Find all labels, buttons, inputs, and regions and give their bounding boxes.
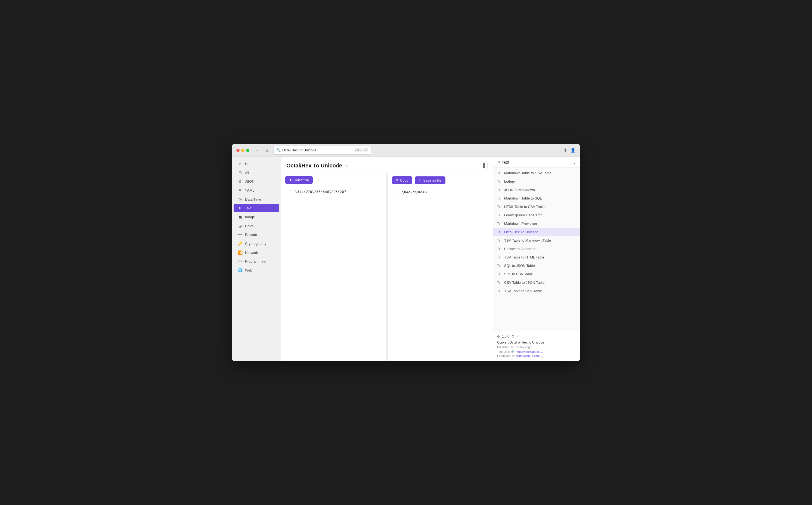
sidebar-item-programming[interactable]: </> Programming (234, 257, 279, 266)
datetime-icon: ◷ (238, 197, 242, 201)
input-line-1: 1 \344\270\255\346\226\207 (281, 189, 386, 194)
share-icon[interactable]: ⬆ (563, 148, 567, 153)
settings-icon[interactable]: ⚙ (512, 335, 515, 338)
maximize-button[interactable] (246, 149, 249, 152)
sidebar-item-all[interactable]: ⊞ All (234, 168, 279, 177)
home-nav-button[interactable]: ⌂ (264, 147, 271, 154)
search-bar[interactable]: 🔍 ⌘ + K (273, 146, 371, 155)
rp-item-json-to-markdown[interactable]: Tr JSON to Markdown (493, 186, 580, 194)
sidebar-item-web[interactable]: 🌐 Web (234, 266, 279, 275)
rp-item-tsv-to-csv[interactable]: Tr TSV Table to CSV Table (493, 287, 580, 295)
collapse-button[interactable]: « (254, 147, 261, 154)
right-panel-chevron-icon[interactable]: ⌄ (573, 160, 576, 165)
sidebar-item-home[interactable]: ⌂ Home (234, 159, 279, 168)
sidebar-label-network: Network (245, 250, 258, 255)
sidebar-item-color[interactable]: ◎ Color (234, 221, 279, 230)
copy-icon: ⧉ (396, 178, 398, 182)
feedback-icon: ◎ (512, 354, 515, 357)
rp-item-markdown-previewer[interactable]: Tr Markdown Previewer (493, 219, 580, 228)
input-content-1: \344\270\255\346\226\207 (295, 190, 384, 194)
rp-text-icon-sql-json: Tr (497, 264, 502, 268)
output-content-1: \u4e2d\u6587 (402, 190, 491, 194)
programming-icon: </> (238, 260, 242, 263)
rp-text-icon: Tr (497, 171, 502, 175)
rp-text-icon-octal: Tr (497, 230, 502, 234)
copy-button[interactable]: ⧉ Copy (392, 176, 412, 184)
sidebar-item-datetime[interactable]: ◷ Date/Time (234, 195, 279, 204)
select-file-button[interactable]: ⬆ Select file (285, 176, 313, 184)
title-bar-actions: ⬆ 👤 (563, 148, 576, 153)
tool-link-url[interactable]: https://t.he3app.co... (516, 350, 543, 353)
color-icon: ◎ (238, 224, 242, 228)
right-panel-title: Tr Text (497, 160, 509, 164)
sidebar-label-yaml: YAML (245, 188, 254, 192)
sidebar-item-image[interactable]: ▣ Image (234, 212, 279, 221)
rp-label-lorem-ipsum: Lorem Ipsum Generator (504, 213, 542, 217)
save-icon: ⬇ (418, 178, 421, 182)
rp-item-markdown-to-csv[interactable]: Tr Markdown Table to CSV Table (493, 169, 580, 177)
panel-toggle-button[interactable]: ▐ (479, 161, 488, 170)
rp-item-markdown-to-sql[interactable]: Tr Markdown Table to SQL (493, 194, 580, 202)
text-category-icon: Tr (497, 160, 500, 164)
title-bar: « ⌂ 🔍 ⌘ + K ⬆ 👤 (232, 144, 580, 157)
sidebar-item-network[interactable]: 📶 Network (234, 248, 279, 257)
rp-text-icon-html-csv: Tr (497, 205, 502, 209)
rp-text-icon-tsv-html: Tr (497, 256, 502, 259)
close-button[interactable] (236, 149, 240, 152)
save-as-file-button[interactable]: ⬇ Save as file (415, 176, 445, 184)
rp-item-lottery[interactable]: Tr Lottery (493, 177, 580, 186)
sidebar-item-json[interactable]: {} JSON (234, 177, 279, 186)
minimize-button[interactable] (241, 149, 245, 152)
sidebar-item-encode[interactable]: ⟺ Encode (234, 230, 279, 239)
rp-item-sql-to-csv[interactable]: Tr SQL to CSV Table (493, 270, 580, 278)
rp-text-icon-sql-csv: Tr (497, 272, 502, 276)
favorite-button[interactable]: ☆ (345, 163, 349, 168)
rp-item-tsv-to-markdown[interactable]: Tr TSV Table to Markdown Table (493, 236, 580, 244)
sidebar-label-cryptography: Cryptography (245, 241, 266, 246)
sidebar-label-encode: Encode (245, 233, 257, 237)
rp-label-sql-to-json: SQL to JSON Table (504, 264, 535, 268)
feedback-row: Feedback: ◎ https://github.com/... (497, 354, 576, 357)
rp-item-sql-to-json[interactable]: Tr SQL to JSON Table (493, 262, 580, 270)
sidebar-label-color: Color (245, 224, 253, 228)
rp-item-tsv-to-html[interactable]: Tr TSV Table to HTML Table (493, 253, 580, 262)
right-panel-header: Tr Text ⌄ (493, 157, 580, 168)
panel-toggle-icon: ▐ (482, 163, 485, 168)
kbd-k: K (364, 148, 368, 152)
rp-item-octal-hex-unicode[interactable]: Tr Octal/Hex To Unicode (493, 228, 580, 236)
right-panel-list: Tr Markdown Table to CSV Table Tr Lotter… (493, 168, 580, 331)
page-title: Octal/Hex To Unicode (286, 163, 342, 169)
rp-item-password-generator[interactable]: Tr Password Generator (493, 244, 580, 253)
rp-label-markdown-to-sql: Markdown Table to SQL (504, 196, 542, 200)
rp-label-octal-hex-unicode: Octal/Hex To Unicode (504, 230, 538, 234)
json-icon: {} (238, 180, 242, 183)
sidebar-label-json: JSON (245, 179, 255, 183)
input-toolbar: ⬆ Select file (281, 173, 386, 187)
main-window: « ⌂ 🔍 ⌘ + K ⬆ 👤 ⌂ Home ⊞ (232, 144, 580, 361)
sidebar-label-all: All (245, 171, 249, 175)
sidebar-item-cryptography[interactable]: 🔑 Cryptography (234, 239, 279, 248)
input-editor[interactable]: 1 \344\270\255\346\226\207 (281, 187, 386, 361)
tool-link-label: Tool Link: (497, 350, 510, 353)
rp-item-lorem-ipsum[interactable]: Tr Lorem Ipsum Generator (493, 211, 580, 219)
footer-chevron-icon[interactable]: ⌄ (522, 335, 524, 338)
feedback-url[interactable]: https://github.com/... (516, 354, 543, 357)
sidebar-item-yaml[interactable]: ≡ YAML (234, 186, 279, 195)
search-input[interactable] (282, 148, 354, 152)
rp-item-html-to-csv[interactable]: Tr HTML Table to CSV Table (493, 202, 580, 211)
kbd-cmd: ⌘ (356, 148, 361, 152)
network-icon: 📶 (238, 250, 242, 255)
rp-label-sql-to-csv: SQL to CSV Table (504, 272, 533, 276)
tool-link-row: Tool Link: 🔗 https://t.he3app.co... (497, 350, 576, 353)
feedback-label: Feedback: (497, 354, 511, 357)
main-content: ⌂ Home ⊞ All {} JSON ≡ YAML ◷ Date/Time … (232, 157, 580, 361)
sidebar-item-text[interactable]: Tr Text (234, 204, 279, 212)
rp-text-icon-tsv-md: Tr (497, 238, 502, 242)
rp-text-icon-lorem: Tr (497, 213, 502, 217)
output-line-1: 1 \u4e2d\u6587 (388, 189, 493, 195)
rp-label-markdown-previewer: Markdown Previewer (504, 221, 537, 225)
rp-item-csv-to-json[interactable]: Tr CSV Table to JSON Table (493, 278, 580, 287)
copy-label: Copy (400, 178, 408, 182)
user-icon[interactable]: 👤 (570, 148, 576, 153)
save-as-file-label: Save as file (423, 178, 441, 182)
